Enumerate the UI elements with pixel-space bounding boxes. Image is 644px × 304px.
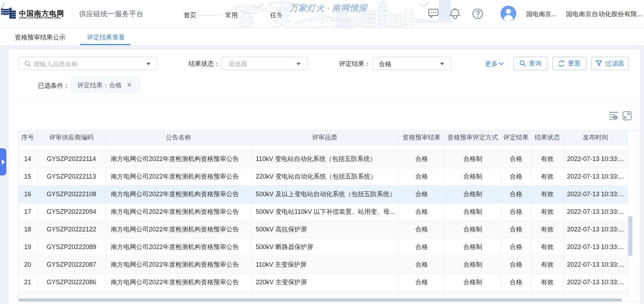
svg-text:万家灯火 · 南网情深: 万家灯火 · 南网情深 xyxy=(289,4,368,13)
